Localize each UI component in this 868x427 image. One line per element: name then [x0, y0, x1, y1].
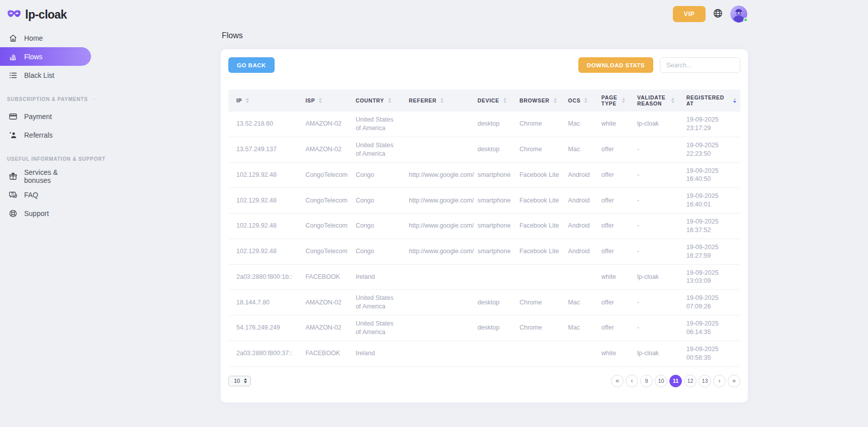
pagination-page-11[interactable]: 11	[669, 375, 682, 387]
cell-ocs: Android	[560, 188, 593, 214]
pagination-last-button[interactable]: »	[728, 375, 740, 387]
cell-isp: CongoTelecom	[297, 214, 348, 239]
sidebar-section: Subscription & PaymentsPaymentReferrals	[0, 91, 101, 144]
table-row: 2a03:2880:f800:37::FACEBOOKIrelandwhitel…	[228, 341, 740, 366]
list-icon	[9, 71, 18, 80]
cell-ocs: Android	[560, 214, 593, 239]
column-header-registered_at[interactable]: REGISTERED AT	[678, 89, 740, 112]
cell-browser: Chrome	[511, 315, 560, 341]
sidebar-section: Useful information & supportServices & b…	[0, 151, 101, 223]
cell-referer	[401, 137, 469, 162]
support-icon	[9, 209, 18, 218]
download-stats-button[interactable]: DOWNLOAD STATS	[578, 57, 653, 73]
vip-button[interactable]: VIP	[673, 6, 706, 22]
cell-referer	[401, 264, 469, 290]
referrals-icon	[9, 131, 18, 140]
cell-page_type: white	[593, 264, 629, 290]
cell-browser	[511, 341, 560, 366]
column-header-isp[interactable]: ISP	[297, 89, 348, 112]
cell-validate_reason: -	[629, 137, 678, 162]
column-label: ISP	[305, 97, 315, 103]
sort-icon	[388, 98, 391, 103]
sidebar-item-referrals[interactable]: Referrals	[0, 126, 91, 144]
cell-country: United States of America	[348, 137, 401, 162]
column-header-device[interactable]: DEVICE	[469, 89, 511, 112]
flows-card: GO BACK DOWNLOAD STATS IPISPCOUNTRYREFER…	[221, 49, 748, 402]
page-content: Flows GO BACK DOWNLOAD STATS IPISPCOUNTR…	[221, 24, 748, 402]
sidebar-item-label: Referrals	[24, 131, 53, 139]
cell-referer: http://www.google.com/	[401, 162, 469, 188]
cell-country: Ireland	[348, 264, 401, 290]
cell-validate_reason: -	[629, 214, 678, 239]
cell-registered_at: 19-09-2025 16:37:52	[678, 214, 740, 239]
sidebar-item-payment[interactable]: Payment	[0, 107, 91, 126]
pagination-page-12[interactable]: 12	[684, 375, 697, 387]
cell-isp: CongoTelecom	[297, 162, 348, 188]
cell-registered_at: 19-09-2025 23:17:29	[678, 112, 740, 137]
cell-ip: 102.129.92.48	[228, 239, 297, 264]
column-header-ip[interactable]: IP	[228, 89, 297, 112]
cell-device: desktop	[469, 290, 511, 315]
table-row: 13.52.218.60AMAZON-02United States of Am…	[228, 112, 740, 137]
column-label: OCS	[568, 97, 581, 103]
sidebar-item-blacklist[interactable]: Black List	[0, 66, 91, 84]
table-row: 102.129.92.48CongoTelecomCongohttp://www…	[228, 188, 740, 214]
sidebar-item-services[interactable]: Services & bonuses	[0, 167, 91, 185]
column-header-validate_reason[interactable]: VALIDATE REASON	[629, 89, 678, 112]
sort-icon	[584, 98, 587, 103]
cell-ocs: Android	[560, 239, 593, 264]
app-root: lp-cloak HomeFlowsBlack List Subscriptio…	[0, 0, 868, 427]
cell-isp: FACEBOOK	[297, 264, 348, 290]
cell-isp: AMAZON-02	[297, 315, 348, 341]
sidebar-item-home[interactable]: Home	[0, 29, 91, 47]
search-input[interactable]	[660, 57, 740, 73]
pagination-page-9[interactable]: 9	[640, 375, 653, 387]
column-header-country[interactable]: COUNTRY	[348, 89, 401, 112]
sort-icon	[319, 98, 322, 103]
cell-ip: 102.129.92.48	[228, 188, 297, 214]
cell-referer	[401, 315, 469, 341]
sort-icon	[246, 98, 249, 103]
sidebar-item-support[interactable]: Support	[0, 204, 91, 223]
cell-validate_reason: lp-cloak	[629, 112, 678, 137]
sidebar-item-flows[interactable]: Flows	[0, 47, 91, 66]
brand-logo: lp-cloak	[0, 6, 101, 29]
sidebar-sections: Subscription & PaymentsPaymentReferralsU…	[0, 91, 101, 223]
sidebar-item-label: Payment	[24, 113, 52, 121]
column-label: DEVICE	[477, 97, 499, 103]
cell-validate_reason: -	[629, 188, 678, 214]
pagination-prev-button[interactable]: ‹	[626, 375, 638, 387]
gift-icon	[9, 172, 18, 181]
language-globe-button[interactable]	[713, 8, 723, 20]
svg-text:?!: ?!	[11, 192, 14, 195]
column-header-referer[interactable]: REFERER	[401, 89, 469, 112]
pagination-first-button[interactable]: «	[611, 375, 624, 387]
pagination-page-10[interactable]: 10	[655, 375, 667, 387]
cell-referer: http://www.google.com/	[401, 214, 469, 239]
sidebar-item-label: Services & bonuses	[24, 168, 82, 184]
cell-registered_at: 19-09-2025 00:58:35	[678, 341, 740, 366]
column-header-ocs[interactable]: OCS	[560, 89, 593, 112]
cell-page_type: offer	[593, 188, 629, 214]
pagination-next-button[interactable]: ›	[713, 375, 726, 387]
column-label: VALIDATE REASON	[637, 94, 667, 106]
go-back-button[interactable]: GO BACK	[228, 57, 275, 73]
sidebar-item-faq[interactable]: ?!FAQ	[0, 185, 91, 204]
main-area: VIP Flows GO BACK DOWNLOAD STATS	[101, 0, 868, 427]
stepper-icon	[244, 378, 247, 383]
cell-isp: FACEBOOK	[297, 341, 348, 366]
brand-name: lp-cloak	[25, 8, 67, 22]
topbar: VIP	[101, 0, 868, 24]
table-row: 102.129.92.48CongoTelecomCongohttp://www…	[228, 239, 740, 264]
sort-icon	[554, 98, 557, 103]
cell-referer	[401, 290, 469, 315]
cell-ocs	[560, 264, 593, 290]
column-header-browser[interactable]: BROWSER	[511, 89, 560, 112]
cell-validate_reason: -	[629, 239, 678, 264]
user-avatar[interactable]	[730, 6, 747, 23]
pagination-page-13[interactable]: 13	[699, 375, 711, 387]
column-header-page_type[interactable]: PAGE TYPE	[593, 89, 629, 112]
cell-validate_reason: -	[629, 290, 678, 315]
cell-isp: CongoTelecom	[297, 188, 348, 214]
page-size-select[interactable]: 10	[228, 376, 251, 386]
